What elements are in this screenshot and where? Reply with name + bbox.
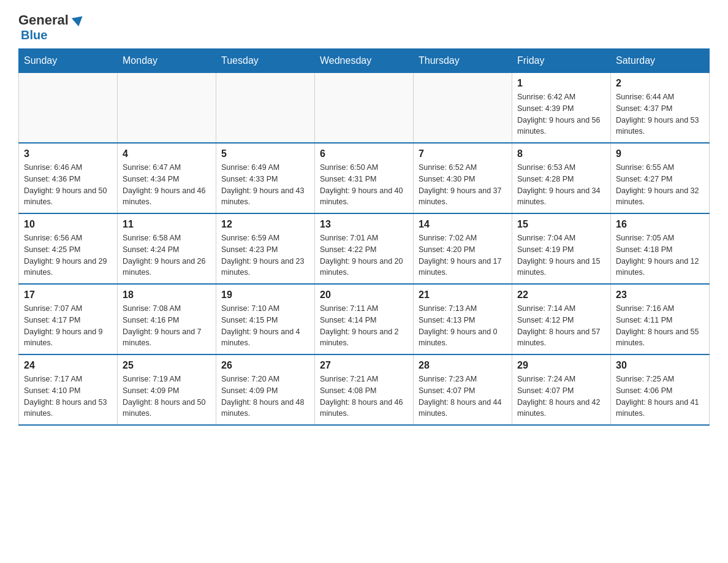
calendar-cell: 13Sunrise: 7:01 AM Sunset: 4:22 PM Dayli… — [315, 213, 414, 284]
day-info: Sunrise: 7:23 AM Sunset: 4:07 PM Dayligh… — [419, 373, 507, 419]
week-row-5: 24Sunrise: 7:17 AM Sunset: 4:10 PM Dayli… — [19, 354, 710, 425]
calendar-cell: 27Sunrise: 7:21 AM Sunset: 4:08 PM Dayli… — [315, 354, 414, 425]
day-header-row: SundayMondayTuesdayWednesdayThursdayFrid… — [19, 49, 710, 73]
day-number: 14 — [419, 219, 507, 230]
calendar-cell — [216, 73, 315, 144]
day-info: Sunrise: 7:25 AM Sunset: 4:06 PM Dayligh… — [616, 373, 704, 419]
day-info: Sunrise: 6:46 AM Sunset: 4:36 PM Dayligh… — [24, 162, 112, 208]
day-header-wednesday: Wednesday — [315, 49, 414, 73]
week-row-2: 3Sunrise: 6:46 AM Sunset: 4:36 PM Daylig… — [19, 143, 710, 213]
calendar-cell: 9Sunrise: 6:55 AM Sunset: 4:27 PM Daylig… — [611, 143, 710, 213]
calendar-cell: 23Sunrise: 7:16 AM Sunset: 4:11 PM Dayli… — [611, 284, 710, 354]
day-info: Sunrise: 7:10 AM Sunset: 4:15 PM Dayligh… — [221, 303, 309, 349]
calendar-cell — [118, 73, 216, 144]
day-number: 24 — [24, 360, 112, 371]
calendar-cell: 14Sunrise: 7:02 AM Sunset: 4:20 PM Dayli… — [414, 213, 512, 284]
day-info: Sunrise: 6:44 AM Sunset: 4:37 PM Dayligh… — [616, 91, 704, 137]
day-number: 19 — [221, 289, 309, 301]
day-number: 9 — [616, 148, 704, 159]
day-info: Sunrise: 7:14 AM Sunset: 4:12 PM Dayligh… — [517, 303, 605, 349]
logo-text: General — [18, 12, 69, 28]
day-number: 6 — [320, 148, 408, 159]
calendar-cell: 17Sunrise: 7:07 AM Sunset: 4:17 PM Dayli… — [19, 284, 118, 354]
day-info: Sunrise: 7:19 AM Sunset: 4:09 PM Dayligh… — [123, 373, 211, 419]
day-info: Sunrise: 6:52 AM Sunset: 4:30 PM Dayligh… — [419, 162, 507, 208]
calendar-cell: 26Sunrise: 7:20 AM Sunset: 4:09 PM Dayli… — [216, 354, 315, 425]
day-info: Sunrise: 7:17 AM Sunset: 4:10 PM Dayligh… — [24, 373, 112, 419]
calendar-table: SundayMondayTuesdayWednesdayThursdayFrid… — [18, 48, 710, 426]
day-info: Sunrise: 7:11 AM Sunset: 4:14 PM Dayligh… — [320, 303, 408, 349]
day-info: Sunrise: 6:49 AM Sunset: 4:33 PM Dayligh… — [221, 162, 309, 208]
calendar-cell: 3Sunrise: 6:46 AM Sunset: 4:36 PM Daylig… — [19, 143, 118, 213]
calendar-cell: 5Sunrise: 6:49 AM Sunset: 4:33 PM Daylig… — [216, 143, 315, 213]
day-info: Sunrise: 7:08 AM Sunset: 4:16 PM Dayligh… — [123, 303, 211, 349]
day-header-sunday: Sunday — [19, 49, 118, 73]
day-number: 20 — [320, 289, 408, 301]
day-info: Sunrise: 6:53 AM Sunset: 4:28 PM Dayligh… — [517, 162, 605, 208]
day-info: Sunrise: 7:02 AM Sunset: 4:20 PM Dayligh… — [419, 232, 507, 278]
day-number: 10 — [24, 219, 112, 230]
day-number: 7 — [419, 148, 507, 159]
day-number: 5 — [221, 148, 309, 159]
day-info: Sunrise: 7:24 AM Sunset: 4:07 PM Dayligh… — [517, 373, 605, 419]
day-header-thursday: Thursday — [414, 49, 512, 73]
calendar-cell: 24Sunrise: 7:17 AM Sunset: 4:10 PM Dayli… — [19, 354, 118, 425]
calendar-cell — [19, 73, 118, 144]
calendar-cell: 10Sunrise: 6:56 AM Sunset: 4:25 PM Dayli… — [19, 213, 118, 284]
day-info: Sunrise: 7:01 AM Sunset: 4:22 PM Dayligh… — [320, 232, 408, 278]
calendar-cell: 25Sunrise: 7:19 AM Sunset: 4:09 PM Dayli… — [118, 354, 216, 425]
calendar-cell: 4Sunrise: 6:47 AM Sunset: 4:34 PM Daylig… — [118, 143, 216, 213]
day-number: 13 — [320, 219, 408, 230]
calendar-cell — [315, 73, 414, 144]
day-header-friday: Friday — [512, 49, 611, 73]
calendar-cell: 6Sunrise: 6:50 AM Sunset: 4:31 PM Daylig… — [315, 143, 414, 213]
day-number: 29 — [517, 360, 605, 371]
day-header-saturday: Saturday — [611, 49, 710, 73]
calendar-cell: 16Sunrise: 7:05 AM Sunset: 4:18 PM Dayli… — [611, 213, 710, 284]
day-info: Sunrise: 6:47 AM Sunset: 4:34 PM Dayligh… — [123, 162, 211, 208]
day-number: 2 — [616, 78, 704, 89]
day-info: Sunrise: 7:21 AM Sunset: 4:08 PM Dayligh… — [320, 373, 408, 419]
day-number: 21 — [419, 289, 507, 301]
week-row-4: 17Sunrise: 7:07 AM Sunset: 4:17 PM Dayli… — [19, 284, 710, 354]
day-number: 25 — [123, 360, 211, 371]
calendar-cell: 30Sunrise: 7:25 AM Sunset: 4:06 PM Dayli… — [611, 354, 710, 425]
day-number: 4 — [123, 148, 211, 159]
calendar-cell: 28Sunrise: 7:23 AM Sunset: 4:07 PM Dayli… — [414, 354, 512, 425]
day-info: Sunrise: 6:56 AM Sunset: 4:25 PM Dayligh… — [24, 232, 112, 278]
day-info: Sunrise: 6:50 AM Sunset: 4:31 PM Dayligh… — [320, 162, 408, 208]
calendar-cell: 15Sunrise: 7:04 AM Sunset: 4:19 PM Dayli… — [512, 213, 611, 284]
day-number: 22 — [517, 289, 605, 301]
day-number: 1 — [517, 78, 605, 89]
day-number: 3 — [24, 148, 112, 159]
calendar-cell: 21Sunrise: 7:13 AM Sunset: 4:13 PM Dayli… — [414, 284, 512, 354]
day-info: Sunrise: 7:05 AM Sunset: 4:18 PM Dayligh… — [616, 232, 704, 278]
day-number: 17 — [24, 289, 112, 301]
day-info: Sunrise: 6:59 AM Sunset: 4:23 PM Dayligh… — [221, 232, 309, 278]
calendar-cell: 29Sunrise: 7:24 AM Sunset: 4:07 PM Dayli… — [512, 354, 611, 425]
day-header-tuesday: Tuesday — [216, 49, 315, 73]
calendar-cell: 19Sunrise: 7:10 AM Sunset: 4:15 PM Dayli… — [216, 284, 315, 354]
logo: General Blue — [18, 12, 83, 42]
day-number: 30 — [616, 360, 704, 371]
day-number: 18 — [123, 289, 211, 301]
day-info: Sunrise: 6:55 AM Sunset: 4:27 PM Dayligh… — [616, 162, 704, 208]
day-number: 27 — [320, 360, 408, 371]
day-info: Sunrise: 6:42 AM Sunset: 4:39 PM Dayligh… — [517, 91, 605, 137]
day-number: 26 — [221, 360, 309, 371]
calendar-cell: 18Sunrise: 7:08 AM Sunset: 4:16 PM Dayli… — [118, 284, 216, 354]
calendar-cell: 1Sunrise: 6:42 AM Sunset: 4:39 PM Daylig… — [512, 73, 611, 144]
day-header-monday: Monday — [118, 49, 216, 73]
calendar-cell — [414, 73, 512, 144]
day-number: 8 — [517, 148, 605, 159]
day-number: 15 — [517, 219, 605, 230]
calendar-cell: 11Sunrise: 6:58 AM Sunset: 4:24 PM Dayli… — [118, 213, 216, 284]
calendar-header: SundayMondayTuesdayWednesdayThursdayFrid… — [19, 49, 710, 73]
calendar-cell: 22Sunrise: 7:14 AM Sunset: 4:12 PM Dayli… — [512, 284, 611, 354]
day-info: Sunrise: 7:07 AM Sunset: 4:17 PM Dayligh… — [24, 303, 112, 349]
calendar-cell: 20Sunrise: 7:11 AM Sunset: 4:14 PM Dayli… — [315, 284, 414, 354]
calendar-cell: 12Sunrise: 6:59 AM Sunset: 4:23 PM Dayli… — [216, 213, 315, 284]
week-row-1: 1Sunrise: 6:42 AM Sunset: 4:39 PM Daylig… — [19, 73, 710, 144]
calendar-cell: 8Sunrise: 6:53 AM Sunset: 4:28 PM Daylig… — [512, 143, 611, 213]
logo-blue-text: Blue — [18, 28, 47, 42]
